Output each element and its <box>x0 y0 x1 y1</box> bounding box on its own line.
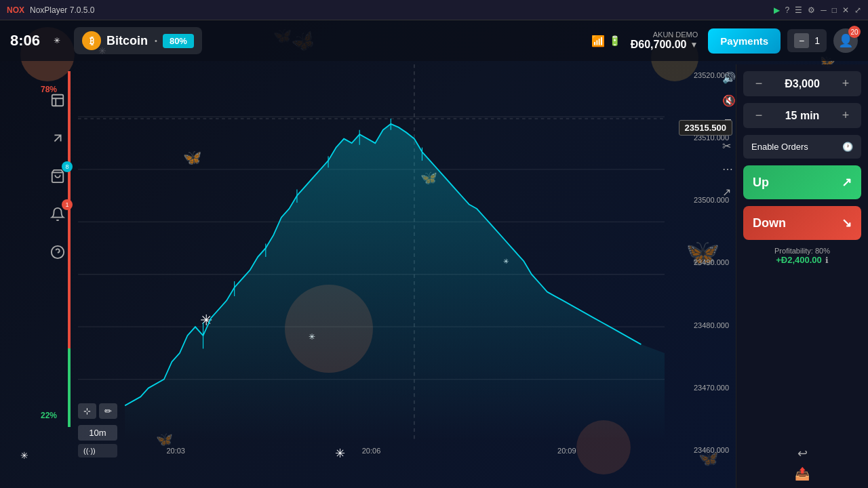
profitability-label: Profitability: 80% <box>743 247 861 255</box>
y-label-4: 23490.000 <box>668 258 729 266</box>
y-label-1: 23520.000 <box>668 71 729 79</box>
sidebar-item-bell[interactable]: 1 <box>45 202 70 226</box>
chart-area: 78% 22% 23520.000 23510.000 23500.000 23… <box>78 64 732 461</box>
amount-increase-btn[interactable]: + <box>838 77 853 91</box>
signal-icon: ((·)) <box>83 447 96 455</box>
chart-svg <box>78 64 665 441</box>
draw-tool-pen[interactable]: ✏ <box>99 403 117 419</box>
x-axis: 20:03 20:06 20:09 <box>78 441 665 461</box>
fullscreen-icon[interactable]: ⤢ <box>854 5 861 15</box>
right-panel: − Đ3,000 + − 15 min + Enable Orders 🕐 Up… <box>736 64 868 488</box>
down-button[interactable]: Down <box>743 206 861 240</box>
bell-badge: 1 <box>62 199 73 210</box>
balance-dropdown-arrow: ▼ <box>690 40 698 49</box>
x-label-1: 20:03 <box>166 447 185 455</box>
mult-value: 1 <box>814 35 820 46</box>
up-label: Up <box>753 176 769 190</box>
asset-icon: ₿ <box>82 31 101 50</box>
account-balance: Đ60,700.00 <box>631 39 687 51</box>
dot-separator: • <box>155 37 157 45</box>
x-label-2: 20:06 <box>362 447 381 455</box>
down-label: Down <box>753 216 786 230</box>
y-label-3: 23500.000 <box>668 196 729 204</box>
price-marker: 23515.500 <box>679 120 732 136</box>
account-info: AKUN DEMO Đ60,700.00 ▼ <box>631 30 698 51</box>
x-label-3: 20:09 <box>557 447 576 455</box>
profit-row: +Đ2,400.00 ℹ <box>743 255 861 265</box>
y-label-6: 23470.000 <box>668 384 729 392</box>
account-label: AKUN DEMO <box>631 30 698 39</box>
main-area: 🦋 🦋 🦋 🦋 🦋 🦋 🦋 🦋 ✳ ✳ ✳ ✳ ✳ ✳ 8:06 ✳ ₿ Bit… <box>0 20 868 488</box>
scissors-icon[interactable]: ✂ <box>722 140 736 152</box>
app-logo: NOX <box>7 5 24 15</box>
time-value: 15 min <box>772 110 833 122</box>
maximize-icon[interactable]: □ <box>832 5 837 15</box>
undo-icon[interactable]: ↩ <box>743 446 861 461</box>
more-icon[interactable]: ⋯ <box>722 163 736 176</box>
amount-value: Đ3,000 <box>772 78 833 90</box>
external-link-icon[interactable]: ↗ <box>722 186 736 199</box>
battery-icon: 🔋 <box>609 35 620 46</box>
y-label-7: 23460.000 <box>668 446 729 454</box>
amount-control: − Đ3,000 + <box>743 71 861 96</box>
share-icon[interactable]: 📤 <box>743 466 861 481</box>
time-display: 8:06 <box>10 32 40 49</box>
amount-decrease-btn[interactable]: − <box>751 77 766 91</box>
time-increase-btn[interactable]: + <box>838 108 853 123</box>
close-icon[interactable]: ✕ <box>842 5 849 15</box>
settings-icon[interactable]: ⚙ <box>808 5 815 15</box>
chart-canvas <box>78 64 665 441</box>
asset-name: Bitcoin <box>106 34 148 48</box>
user-area[interactable]: 👤 20 <box>833 28 858 53</box>
titlebar-controls: ▶ ? ☰ ⚙ ─ □ ✕ ⤢ <box>774 5 861 15</box>
bottom-tools: ⊹ ✏ 10m ((·)) <box>78 403 117 458</box>
menu-icon[interactable]: ☰ <box>795 5 802 15</box>
sidebar-item-chart[interactable] <box>45 88 70 113</box>
profit-amount: +Đ2,400.00 <box>776 255 822 265</box>
down-arrow-icon <box>842 216 852 230</box>
enable-orders-label: Enable Orders <box>751 142 808 152</box>
sidebar-item-help[interactable] <box>45 240 70 264</box>
time-decrease-btn[interactable]: − <box>751 108 766 123</box>
wifi-icon: 📶 <box>591 35 605 47</box>
payments-button[interactable]: Payments <box>708 28 781 54</box>
cart-badge: 8 <box>62 161 73 172</box>
up-arrow-icon <box>842 175 852 190</box>
profit-percent-badge: 80% <box>163 34 194 48</box>
sparkle-6: ✳ <box>20 450 28 461</box>
timeframe-selector[interactable]: 10m <box>78 425 117 441</box>
sidebar: 8 1 <box>41 75 75 488</box>
signal-box[interactable]: ((·)) <box>78 444 117 458</box>
volume-mute-icon[interactable]: 🔇 <box>722 94 736 107</box>
sidebar-item-scale[interactable] <box>45 126 70 150</box>
profitability-section: Profitability: 80% +Đ2,400.00 ℹ <box>743 247 861 265</box>
asset-selector[interactable]: ₿ Bitcoin • 80% <box>74 27 202 54</box>
help-icon[interactable]: ? <box>785 5 790 15</box>
top-bar: 8:06 ✳ ₿ Bitcoin • 80% 📶 🔋 AKUN DEMO Đ60… <box>0 20 868 61</box>
profit-info-icon[interactable]: ℹ <box>825 256 829 265</box>
y-label-5: 23480.000 <box>668 321 729 329</box>
svg-rect-0 <box>52 95 64 106</box>
time-control: − 15 min + <box>743 103 861 128</box>
clock-icon: 🕐 <box>842 142 853 152</box>
app-title: NoxPlayer 7.0.5.0 <box>30 5 774 15</box>
draw-tool-cursor[interactable]: ⊹ <box>78 403 96 419</box>
balance-row[interactable]: Đ60,700.00 ▼ <box>631 39 698 51</box>
up-button[interactable]: Up <box>743 165 861 199</box>
minimize-icon[interactable]: ─ <box>821 5 827 15</box>
mult-minus-btn[interactable]: − <box>794 33 809 48</box>
right-bottom-icons: ↩ 📤 <box>743 446 861 481</box>
sparkle-time: ✳ <box>54 36 60 45</box>
play-icon[interactable]: ▶ <box>774 5 780 15</box>
volume-icon[interactable]: 🔊 <box>722 71 736 84</box>
titlebar: NOX NoxPlayer 7.0.5.0 ▶ ? ☰ ⚙ ─ □ ✕ ⤢ <box>0 0 868 20</box>
multiplier-control: − 1 <box>787 29 827 52</box>
enable-orders-btn[interactable]: Enable Orders 🕐 <box>743 135 861 159</box>
sidebar-item-cart[interactable]: 8 <box>45 164 70 188</box>
notification-badge: 20 <box>848 26 861 38</box>
